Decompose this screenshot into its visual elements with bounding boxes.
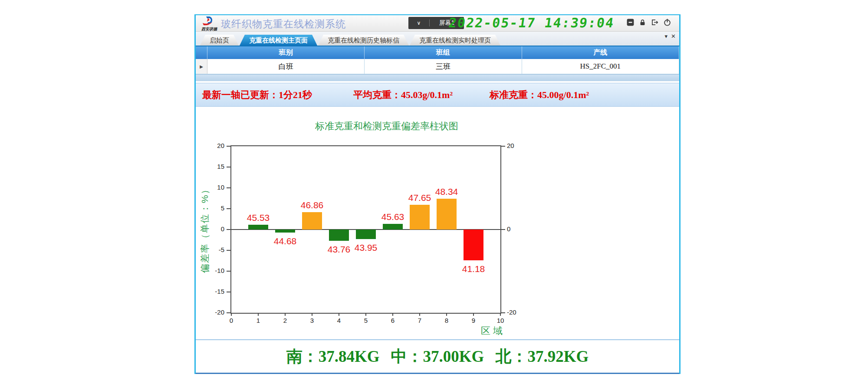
power-icon[interactable] bbox=[663, 18, 671, 26]
y-tick-label-right: -20 bbox=[507, 308, 524, 316]
tab-realtime-page[interactable]: 克重在线检测实时处理页 bbox=[410, 35, 500, 46]
grid-corner-cell bbox=[196, 46, 207, 59]
x-tick bbox=[339, 313, 339, 316]
x-tick-label: 6 bbox=[386, 317, 399, 324]
x-tick-label: 4 bbox=[332, 317, 345, 324]
tab-start-page[interactable]: 启始页 bbox=[200, 35, 239, 46]
x-tick bbox=[446, 313, 447, 316]
x-tick-label: 3 bbox=[306, 317, 319, 324]
app-window: 西安茯德 玻纤织物克重在线检测系统 ∨ 屏幕1 2022-05-17 14:39… bbox=[194, 14, 681, 374]
column-header-line: 产线 bbox=[522, 46, 679, 59]
y-tick-label-right: 0 bbox=[507, 225, 524, 233]
deviation-bar bbox=[275, 230, 295, 233]
y-tick-left bbox=[227, 208, 230, 209]
x-tick bbox=[365, 313, 366, 316]
x-tick bbox=[312, 313, 312, 316]
x-tick-label: 1 bbox=[252, 317, 265, 324]
x-tick-label: 5 bbox=[359, 317, 372, 324]
grid-header: 班别 班组 产线 bbox=[196, 46, 679, 59]
tab-bar: 启始页 克重在线检测主页面 克重在线检测历史轴标信 克重在线检测实时处理页 ▾ … bbox=[196, 32, 679, 46]
column-header-shift: 班别 bbox=[207, 46, 365, 59]
tab-dropdown-icon[interactable]: ▾ bbox=[665, 33, 668, 39]
window-controls bbox=[626, 18, 671, 26]
x-tick bbox=[258, 313, 259, 316]
y-tick-left bbox=[227, 312, 230, 313]
row-selector-icon[interactable]: ▶ bbox=[196, 59, 207, 74]
y-tick-right bbox=[501, 146, 505, 147]
deviation-bar bbox=[437, 199, 457, 230]
y-tick-right bbox=[501, 229, 505, 230]
bar-value-label: 45.53 bbox=[239, 213, 278, 223]
y-tick-label-left: -5 bbox=[207, 246, 224, 253]
chevron-down-icon[interactable]: ∨ bbox=[408, 20, 429, 26]
footer-north-weight: 北：37.92KG bbox=[495, 346, 589, 367]
lock-icon[interactable] bbox=[639, 18, 646, 26]
table-row[interactable]: ▶ 白班 三班 HS_2FC_001 bbox=[196, 59, 679, 74]
bar-chart-plot: 20151050-5-10-15-20200-2001234567891045.… bbox=[230, 145, 501, 314]
digital-clock: 2022-05-17 14:39:04 bbox=[447, 15, 615, 30]
y-tick-label-right: 20 bbox=[507, 142, 524, 149]
app-title: 玻纤织物克重在线检测系统 bbox=[221, 17, 346, 31]
x-tick bbox=[500, 313, 501, 316]
footer-middle-weight: 中：37.00KG bbox=[391, 346, 484, 367]
deviation-bar bbox=[329, 230, 349, 241]
tab-main-page[interactable]: 克重在线检测主页面 bbox=[240, 35, 317, 46]
y-tick-left bbox=[227, 292, 230, 292]
y-tick-label-left: 10 bbox=[207, 184, 224, 191]
y-tick-label-left: 20 bbox=[207, 142, 224, 149]
x-tick-label: 8 bbox=[440, 317, 453, 324]
company-logo-icon: 西安茯德 bbox=[199, 16, 219, 32]
status-band: 最新一轴已更新：1分21秒 平均克重：45.03g/0.1m² 标准克重：45.… bbox=[196, 83, 679, 107]
x-tick-label: 0 bbox=[225, 317, 238, 324]
tab-close-icon[interactable]: ✕ bbox=[671, 33, 676, 39]
deviation-bar bbox=[356, 230, 376, 239]
bar-value-label: 43.95 bbox=[346, 243, 385, 253]
x-tick bbox=[473, 313, 474, 316]
logout-icon[interactable] bbox=[651, 18, 659, 26]
x-tick-label: 7 bbox=[413, 317, 426, 324]
grid-bottom-strip bbox=[196, 74, 679, 81]
status-last-update: 最新一轴已更新：1分21秒 bbox=[202, 89, 312, 102]
x-tick-label: 10 bbox=[494, 317, 507, 324]
roll-weight-footer: 南：37.84KG 中：37.00KG 北：37.92KG bbox=[196, 339, 679, 374]
column-header-team: 班组 bbox=[365, 46, 522, 59]
bar-value-label: 48.34 bbox=[427, 187, 466, 197]
deviation-bar bbox=[248, 225, 268, 230]
deviation-bar bbox=[410, 205, 430, 230]
bar-value-label: 41.18 bbox=[454, 264, 493, 274]
y-tick-left bbox=[227, 250, 230, 251]
y-tick-label-left: -20 bbox=[207, 308, 224, 316]
y-tick-right bbox=[501, 312, 505, 313]
deviation-bar bbox=[302, 212, 322, 230]
x-axis-title: 区域 bbox=[481, 325, 505, 338]
minimize-icon[interactable] bbox=[626, 18, 635, 26]
bar-value-label: 44.68 bbox=[266, 236, 305, 246]
x-tick bbox=[392, 313, 393, 316]
y-tick-left bbox=[227, 271, 230, 272]
x-tick bbox=[419, 313, 420, 316]
cell-line: HS_2FC_001 bbox=[522, 59, 679, 74]
bar-value-label: 45.63 bbox=[373, 212, 412, 222]
deviation-bar bbox=[383, 224, 403, 230]
y-tick-label-left: 5 bbox=[207, 204, 224, 212]
y-tick-label-left: -10 bbox=[207, 267, 224, 274]
status-standard-weight: 标准克重：45.00g/0.1m² bbox=[490, 89, 589, 102]
y-tick-left bbox=[227, 146, 230, 147]
y-tick-left bbox=[227, 167, 230, 167]
y-tick-label-left: 15 bbox=[207, 163, 224, 170]
y-tick-label-left: -15 bbox=[207, 288, 224, 295]
y-tick-left bbox=[227, 229, 230, 230]
cell-team: 三班 bbox=[365, 59, 522, 74]
cell-shift: 白班 bbox=[207, 59, 365, 74]
x-tick-label: 2 bbox=[279, 317, 292, 324]
y-tick-left bbox=[227, 187, 230, 188]
bar-value-label: 46.86 bbox=[293, 200, 332, 210]
shift-grid: 班别 班组 产线 ▶ 白班 三班 HS_2FC_001 bbox=[196, 46, 679, 81]
x-tick bbox=[231, 313, 232, 316]
deviation-bar bbox=[464, 230, 483, 260]
y-tick-label-left: 0 bbox=[207, 225, 224, 233]
x-tick-label: 9 bbox=[467, 317, 480, 324]
deviation-chart-panel: 标准克重和检测克重偏差率柱状图 偏差率（单位：%） 20151050-5-10-… bbox=[196, 108, 679, 339]
title-bar: 西安茯德 玻纤织物克重在线检测系统 ∨ 屏幕1 2022-05-17 14:39… bbox=[196, 15, 679, 32]
tab-history-axis[interactable]: 克重在线检测历史轴标信 bbox=[318, 35, 409, 46]
